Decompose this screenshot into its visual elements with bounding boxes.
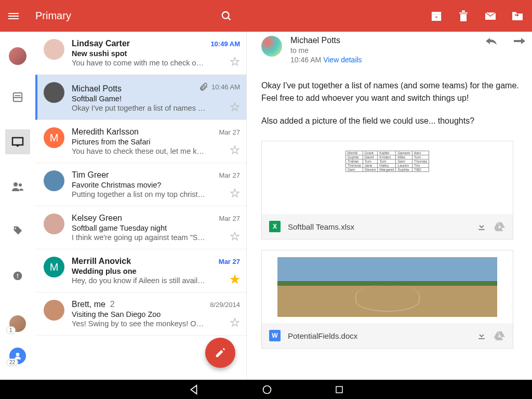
thread-item[interactable]: MMeredith KarlssonMar 27Pictures from th…: [35, 120, 246, 163]
thread-avatar: [44, 214, 64, 234]
thread-subject: Pictures from the Safari: [72, 138, 240, 146]
thread-sender: Kelsey Green: [72, 214, 122, 223]
android-navbar: [0, 380, 532, 399]
search-icon[interactable]: [220, 10, 233, 22]
thread-item[interactable]: MMerrill AnovickMar 27Wedding plus oneHe…: [35, 249, 246, 292]
thread-time: Mar 27: [219, 171, 240, 179]
svg-rect-6: [460, 14, 467, 21]
rail-social-icon[interactable]: [5, 174, 30, 199]
thread-sender: Merrill Anovick: [72, 257, 131, 266]
thread-snippet: Putting together a list on my top christ…: [72, 190, 207, 198]
thread-avatar: [44, 170, 64, 191]
download-icon[interactable]: [476, 330, 487, 341]
star-icon[interactable]: [230, 317, 240, 328]
star-icon[interactable]: [230, 102, 240, 112]
mark-unread-icon[interactable]: [484, 10, 497, 22]
thread-item[interactable]: Michael Potts10:46 AMSoftball Game!Okay …: [35, 75, 246, 120]
message-to: to me: [290, 46, 485, 55]
thread-avatar: [44, 39, 64, 60]
thread-sender: Brett, me 2: [72, 300, 115, 309]
thread-snippet: You have to check these out, let me know…: [72, 147, 207, 155]
thread-list: Lindsay Carter10:49 AMNew sushi spotYou …: [35, 32, 247, 380]
svg-point-14: [15, 228, 16, 229]
svg-rect-17: [17, 277, 18, 278]
thread-subject: Softball game Tuesday night: [72, 224, 240, 232]
rail-promotions-icon[interactable]: [5, 219, 30, 244]
thread-subject: New sushi spot: [72, 49, 240, 58]
svg-rect-2: [432, 11, 441, 14]
attachments: MerrillGrantKaitlinSameerAlexSophieDavid…: [261, 141, 532, 349]
thread-avatar: [44, 82, 64, 103]
attachment-preview: [262, 250, 513, 323]
message-reader: Michael Potts to me 10:46 AMView details…: [247, 32, 532, 380]
thread-time: Mar 27: [219, 258, 240, 265]
thread-time: 10:49 AM: [210, 40, 240, 48]
account-avatar[interactable]: [9, 47, 26, 65]
view-details-link[interactable]: View details: [323, 56, 362, 64]
svg-rect-9: [14, 97, 22, 98]
app-header: Primary: [0, 0, 532, 32]
thread-snippet: I think we're going up against team "St.…: [72, 233, 207, 242]
drive-icon[interactable]: [494, 221, 506, 232]
rail-primary-icon[interactable]: [5, 129, 30, 154]
svg-point-21: [263, 385, 271, 393]
hamburger-icon[interactable]: [8, 11, 21, 21]
star-icon[interactable]: [230, 188, 240, 198]
message-body: Okay I've put together a list of names (…: [261, 79, 532, 127]
svg-rect-7: [462, 10, 465, 12]
thread-avatar: M: [44, 127, 64, 148]
thread-snippet: You have to come with me to check out th…: [72, 59, 207, 67]
thread-sender: Tim Greer: [72, 170, 109, 180]
thread-sender: Lindsay Carter: [72, 39, 130, 48]
thread-item[interactable]: Kelsey GreenMar 27Softball game Tuesday …: [35, 206, 246, 249]
star-icon[interactable]: [230, 57, 240, 67]
thread-snippet: Yes! Swing by to see the monkeys! On P: [72, 320, 207, 328]
svg-rect-22: [336, 387, 342, 393]
reply-icon[interactable]: [485, 36, 498, 45]
svg-rect-11: [12, 138, 23, 145]
thread-subject: Wedding plus one: [72, 267, 240, 275]
star-icon[interactable]: [230, 274, 240, 285]
attachment-card[interactable]: MerrillGrantKaitlinSameerAlexSophieDavid…: [261, 141, 513, 240]
message-avatar: [261, 36, 282, 57]
rail-inbox-icon[interactable]: [5, 85, 30, 110]
thread-time: Mar 27: [219, 128, 240, 136]
nav-home-icon[interactable]: [262, 384, 272, 395]
download-icon[interactable]: [476, 221, 487, 232]
svg-rect-5: [459, 12, 468, 14]
archive-icon[interactable]: [430, 10, 443, 22]
rail-updates-icon[interactable]: [5, 263, 30, 288]
header-title: Primary: [35, 10, 71, 22]
move-to-icon[interactable]: [511, 10, 524, 22]
nav-recent-icon[interactable]: [335, 385, 344, 394]
nav-back-icon[interactable]: [188, 384, 200, 395]
thread-item[interactable]: Tim GreerMar 27Favorite Christmas movie?…: [35, 163, 246, 206]
thread-subject: Softball Game!: [72, 95, 240, 103]
delete-icon[interactable]: [457, 10, 470, 22]
file-type-icon: W: [269, 330, 281, 341]
thread-sender: Meredith Karlsson: [72, 127, 139, 137]
svg-rect-19: [478, 229, 485, 230]
thread-item[interactable]: Brett, me 28/29/2014Visiting the San Die…: [35, 292, 246, 336]
thread-time: Mar 27: [219, 215, 240, 222]
thread-avatar: [44, 300, 64, 321]
svg-rect-10: [15, 95, 21, 96]
message-time: 10:46 AMView details: [290, 56, 485, 64]
thread-avatar: M: [44, 257, 64, 277]
thread-time: 10:46 AM: [211, 83, 240, 91]
svg-line-1: [228, 17, 231, 20]
attachment-icon: [199, 82, 208, 91]
left-rail: 1 22: [0, 32, 35, 380]
thread-snippet: Hey, do you know if Aileen is still avai…: [72, 276, 207, 285]
thread-item[interactable]: Lindsay Carter10:49 AMNew sushi spotYou …: [35, 32, 246, 75]
svg-point-12: [14, 182, 18, 187]
thread-sender: Michael Potts: [72, 84, 122, 94]
compose-button[interactable]: [205, 338, 235, 368]
drive-icon[interactable]: [494, 330, 506, 341]
star-icon[interactable]: [230, 145, 240, 155]
thread-time: 8/29/2014: [210, 301, 240, 309]
forward-icon[interactable]: [513, 36, 526, 45]
attachment-card[interactable]: WPotentialFields.docx: [261, 250, 513, 349]
star-icon[interactable]: [230, 231, 240, 242]
thread-subject: Visiting the San Diego Zoo: [72, 310, 240, 318]
